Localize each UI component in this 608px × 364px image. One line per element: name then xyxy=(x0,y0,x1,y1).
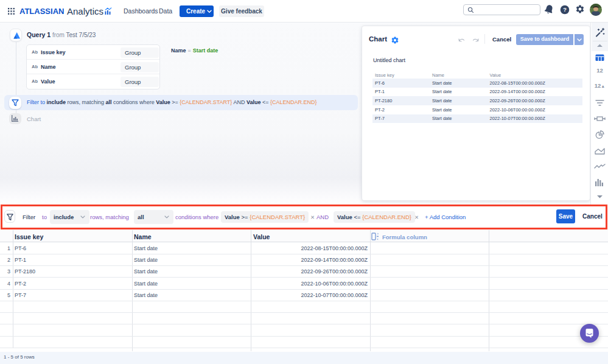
svg-text:?: ? xyxy=(563,7,567,13)
